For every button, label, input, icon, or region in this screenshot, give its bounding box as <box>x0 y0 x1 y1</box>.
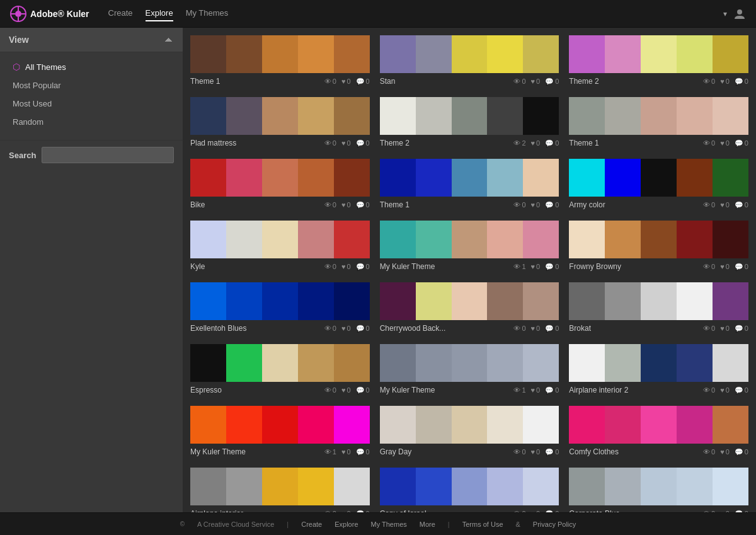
comment-icon: 💬 <box>356 510 365 513</box>
sidebar-item-label: Most Used <box>13 99 52 108</box>
theme-card[interactable]: My Kuler Theme 👁 1 ♥ 0 💬 0 <box>375 339 564 401</box>
theme-card[interactable]: Airplane interior 👁 0 ♥ 0 💬 0 <box>185 463 375 512</box>
theme-card[interactable]: My Kuler Theme 👁 1 ♥ 0 💬 0 <box>185 401 375 463</box>
search-input[interactable] <box>42 147 174 163</box>
comment-icon: 💬 <box>545 139 554 147</box>
swatch-color <box>713 406 748 444</box>
theme-card[interactable]: Comfy Clothes 👁 0 ♥ 0 💬 0 <box>564 401 753 463</box>
swatch-color <box>452 221 488 258</box>
header-right: ▾ <box>723 8 746 20</box>
footer-privacy[interactable]: Privacy Policy <box>533 521 576 528</box>
footer-my-themes[interactable]: My Themes <box>371 521 407 528</box>
sidebar-item-most-popular[interactable]: Most Popular <box>0 76 183 95</box>
swatch-color <box>713 35 748 73</box>
collapse-icon[interactable]: ⏶ <box>164 34 174 45</box>
theme-card[interactable]: Corporate Blue 👁 0 ♥ 0 💬 0 <box>564 463 753 512</box>
theme-name: Kyle <box>190 262 322 271</box>
theme-card[interactable]: Airplane interior 2 👁 0 ♥ 0 💬 0 <box>564 339 753 401</box>
view-count: 0 <box>711 325 715 332</box>
eye-icon: 👁 <box>324 201 331 209</box>
theme-name: Theme 1 <box>380 200 512 209</box>
theme-swatch <box>569 468 748 505</box>
footer-more[interactable]: More <box>420 521 435 528</box>
heart-icon: ♥ <box>720 448 724 456</box>
comment-stat: 💬 0 <box>735 510 748 513</box>
like-stat: ♥ 0 <box>341 448 351 456</box>
swatch-color <box>226 406 262 444</box>
swatch-color <box>452 468 488 505</box>
nav-explore[interactable]: Explore <box>146 6 173 21</box>
dropdown-icon[interactable]: ▾ <box>723 9 727 18</box>
eye-icon: 👁 <box>703 263 710 270</box>
theme-stats: 👁 0 ♥ 0 💬 0 <box>513 510 559 513</box>
footer-explore[interactable]: Explore <box>335 521 358 528</box>
theme-card[interactable]: Theme 1 👁 0 ♥ 0 💬 0 <box>564 92 753 154</box>
footer-terms[interactable]: Terms of Use <box>462 521 503 528</box>
view-count: 1 <box>522 263 525 270</box>
like-count: 0 <box>536 510 540 512</box>
theme-card[interactable]: Copy of Israel 👁 0 ♥ 0 💬 0 <box>375 463 564 512</box>
sidebar-item-label: Random <box>13 117 43 127</box>
sidebar-item-random[interactable]: Random <box>0 113 183 131</box>
comment-icon: 💬 <box>545 510 554 513</box>
heart-icon: ♥ <box>531 386 536 394</box>
theme-card[interactable]: Army color 👁 0 ♥ 0 💬 0 <box>564 154 753 216</box>
theme-card[interactable]: Plad mattress 👁 0 ♥ 0 💬 0 <box>185 92 375 154</box>
theme-card[interactable]: Brokat 👁 0 ♥ 0 💬 0 <box>564 277 753 339</box>
comment-stat: 💬 0 <box>735 263 748 271</box>
theme-swatch <box>380 159 559 197</box>
swatch-color <box>523 282 559 320</box>
theme-stats: 👁 0 ♥ 0 💬 0 <box>513 78 559 86</box>
theme-card[interactable]: Theme 2 👁 0 ♥ 0 💬 0 <box>564 30 753 92</box>
user-icon[interactable] <box>733 8 746 20</box>
swatch-color <box>226 282 262 320</box>
comment-icon: 💬 <box>356 201 365 209</box>
comment-stat: 💬 0 <box>356 263 370 271</box>
theme-swatch <box>380 406 559 444</box>
eye-icon: 👁 <box>513 448 520 456</box>
theme-card[interactable]: Kyle 👁 0 ♥ 0 💬 0 <box>185 216 375 277</box>
swatch-color <box>334 97 370 135</box>
theme-swatch <box>569 406 748 444</box>
like-count: 0 <box>726 325 730 332</box>
theme-card[interactable]: Theme 1 👁 0 ♥ 0 💬 0 <box>375 154 564 216</box>
theme-card[interactable]: Bike 👁 0 ♥ 0 💬 0 <box>185 154 375 216</box>
theme-card[interactable]: Cherrywood Back... 👁 0 ♥ 0 💬 0 <box>375 277 564 339</box>
swatch-color <box>487 344 523 382</box>
swatch-color <box>262 344 298 382</box>
theme-card[interactable]: Theme 1 👁 0 ♥ 0 💬 0 <box>185 30 375 92</box>
theme-info: Airplane interior 👁 0 ♥ 0 💬 0 <box>190 505 370 512</box>
theme-card[interactable]: Espresso 👁 0 ♥ 0 💬 0 <box>185 339 375 401</box>
theme-card[interactable]: Theme 2 👁 2 ♥ 0 💬 0 <box>375 92 564 154</box>
comment-icon: 💬 <box>356 263 365 271</box>
theme-name: Exellentoh Blues <box>190 324 322 333</box>
swatch-color <box>262 159 298 197</box>
footer-create[interactable]: Create <box>301 521 322 528</box>
sidebar-item-most-used[interactable]: Most Used <box>0 95 183 113</box>
header: Adobe® Kuler Create Explore My Themes ▾ <box>0 0 756 28</box>
theme-card[interactable]: Exellentoh Blues 👁 0 ♥ 0 💬 0 <box>185 277 375 339</box>
comment-stat: 💬 0 <box>356 325 370 333</box>
theme-card[interactable]: Frowny Browny 👁 0 ♥ 0 💬 0 <box>564 216 753 277</box>
swatch-color <box>334 35 370 73</box>
footer-cc-label: A Creative Cloud Service <box>197 521 274 528</box>
like-stat: ♥ 0 <box>341 263 351 270</box>
like-stat: ♥ 0 <box>720 78 730 85</box>
comment-icon: 💬 <box>545 448 554 456</box>
comment-count: 0 <box>366 201 370 209</box>
comment-count: 0 <box>555 386 559 394</box>
swatch-color <box>605 282 641 320</box>
swatch-color <box>605 468 641 505</box>
nav-my-themes[interactable]: My Themes <box>186 6 229 21</box>
sidebar-item-all-themes[interactable]: ⬡ All Themes <box>0 57 183 76</box>
nav-create[interactable]: Create <box>108 6 133 21</box>
theme-card[interactable]: Stan 👁 0 ♥ 0 💬 0 <box>375 30 564 92</box>
theme-card[interactable]: My Kuler Theme 👁 1 ♥ 0 💬 0 <box>375 216 564 277</box>
theme-swatch <box>380 344 559 382</box>
theme-info: Bike 👁 0 ♥ 0 💬 0 <box>190 197 370 210</box>
like-stat: ♥ 0 <box>720 201 730 209</box>
theme-card[interactable]: Gray Day 👁 0 ♥ 0 💬 0 <box>375 401 564 463</box>
theme-swatch <box>569 282 748 320</box>
like-count: 0 <box>346 510 350 512</box>
like-count: 0 <box>726 78 730 85</box>
